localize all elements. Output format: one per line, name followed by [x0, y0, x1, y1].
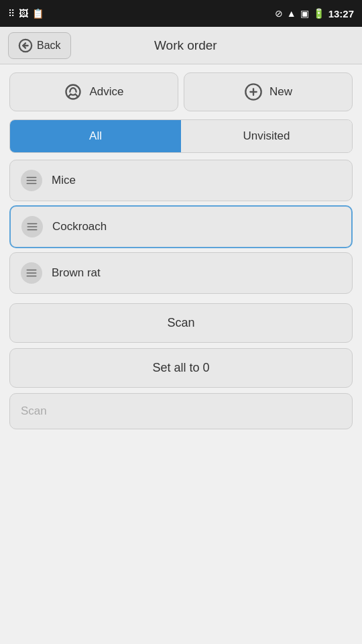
nav-bar: Back Work order: [0, 27, 362, 64]
status-bar-right: ⊘ ▲ ▣ 🔋 13:27: [275, 8, 354, 19]
list-item[interactable]: Mice: [9, 160, 353, 201]
back-icon: [18, 38, 33, 53]
block-icon: ⊘: [275, 8, 283, 19]
tab-all-label: All: [89, 129, 102, 142]
scan-label: Scan: [167, 316, 194, 329]
list-container: Mice Cockroach Brown rat: [9, 160, 353, 294]
list-item[interactable]: Cockroach: [9, 205, 353, 248]
tab-unvisited[interactable]: Unvisited: [181, 120, 352, 152]
back-button[interactable]: Back: [8, 32, 71, 59]
advice-label: Advice: [89, 85, 123, 99]
image-icon: 🖼: [19, 8, 28, 19]
tab-all[interactable]: All: [10, 120, 181, 152]
set-all-label: Set all to 0: [152, 361, 209, 374]
list-item-icon: [21, 216, 43, 237]
advice-icon: [64, 83, 82, 101]
status-time: 13:27: [328, 8, 354, 19]
list-item-label: Mice: [52, 174, 76, 187]
bottom-section: Scan Set all to 0: [9, 303, 353, 429]
status-bar: ⠿ 🖼 📋 ⊘ ▲ ▣ 🔋 13:27: [0, 0, 362, 27]
scan-button[interactable]: Scan: [9, 303, 353, 343]
tab-row: All Unvisited: [9, 119, 353, 153]
new-button[interactable]: New: [184, 72, 353, 111]
list-item-icon: [21, 170, 42, 191]
clipboard-icon: 📋: [32, 8, 44, 19]
tab-unvisited-label: Unvisited: [243, 129, 290, 142]
status-bar-left: ⠿ 🖼 📋: [8, 8, 44, 19]
list-item-label: Brown rat: [52, 266, 101, 280]
page-title: Work order: [71, 38, 300, 53]
wifi-icon: ▲: [287, 8, 296, 19]
scan-input[interactable]: [9, 393, 353, 429]
dots-icon: ⠿: [8, 8, 15, 19]
advice-button[interactable]: Advice: [9, 72, 178, 111]
action-row: Advice New: [0, 64, 362, 119]
new-label: New: [269, 85, 292, 99]
list-item-icon: [21, 262, 42, 284]
battery-icon: 🔋: [313, 8, 324, 19]
set-all-button[interactable]: Set all to 0: [9, 348, 353, 388]
new-icon: [244, 83, 263, 101]
list-item-label: Cockroach: [52, 220, 107, 233]
list-item[interactable]: Brown rat: [9, 252, 353, 294]
back-label: Back: [37, 40, 61, 52]
sim-icon: ▣: [300, 8, 309, 19]
